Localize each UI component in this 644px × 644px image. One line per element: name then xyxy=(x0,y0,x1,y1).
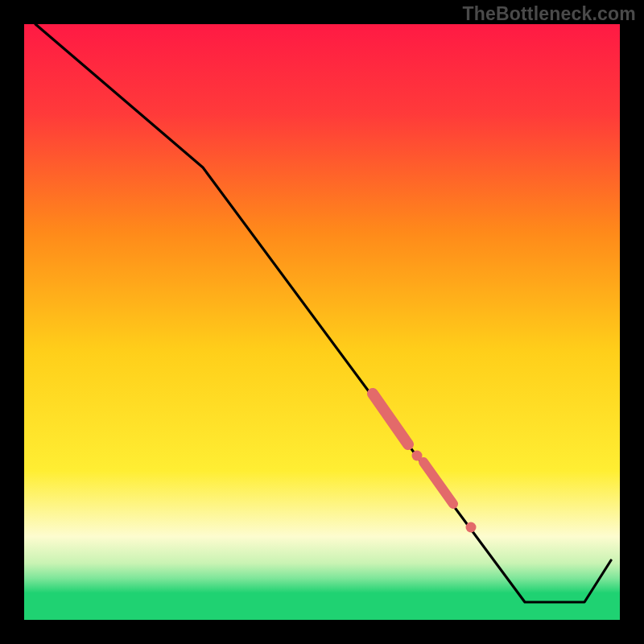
highlight-point-2 xyxy=(466,522,477,533)
highlight-point-1 xyxy=(412,451,423,461)
plot-area xyxy=(24,24,620,620)
chart-svg xyxy=(0,0,644,644)
watermark-text: TheBottleneck.com xyxy=(462,3,636,25)
chart-container: TheBottleneck.com xyxy=(0,0,644,644)
